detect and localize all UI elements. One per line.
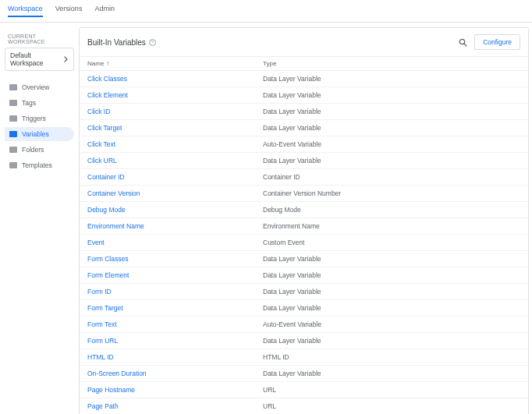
variable-type: Data Layer Variable <box>263 91 520 99</box>
variable-link[interactable]: Form Target <box>87 304 263 312</box>
variable-link[interactable]: Click Classes <box>87 75 263 83</box>
sidebar-item-label: Triggers <box>22 115 46 122</box>
variable-type: URL <box>263 386 520 394</box>
variable-type: URL <box>263 402 520 410</box>
variable-link[interactable]: Container Version <box>87 189 263 197</box>
variable-link[interactable]: Click Text <box>87 140 263 148</box>
tab-admin[interactable]: Admin <box>94 5 115 17</box>
table-row: Environment NameEnvironment Name <box>80 218 528 235</box>
sidebar-item-templates[interactable]: Templates <box>5 158 74 172</box>
variable-type: Data Layer Variable <box>263 108 520 115</box>
table-row: HTML IDHTML ID <box>80 349 528 366</box>
variable-link[interactable]: Click Target <box>87 124 263 132</box>
variable-link[interactable]: HTML ID <box>87 353 263 361</box>
folders-icon <box>9 147 17 153</box>
sidebar-item-triggers[interactable]: Triggers <box>5 111 74 126</box>
search-icon[interactable] <box>459 38 466 46</box>
variable-type: Data Layer Variable <box>263 337 520 345</box>
variable-type: Data Layer Variable <box>263 157 520 165</box>
variable-type: Container ID <box>263 173 520 181</box>
builtin-table-body: Click ClassesData Layer VariableClick El… <box>80 71 528 414</box>
sidebar-item-label: Variables <box>22 130 49 138</box>
sort-asc-icon: ↑ <box>106 60 109 67</box>
tags-icon <box>9 100 17 106</box>
workspace-selector[interactable]: Default Workspace <box>5 48 74 71</box>
table-row: Page HostnameURL <box>80 382 528 398</box>
sidebar-item-label: Templates <box>22 161 52 169</box>
variable-type: Data Layer Variable <box>263 288 520 295</box>
top-nav: WorkspaceVersionsAdmin <box>0 0 532 23</box>
variable-type: Data Layer Variable <box>263 124 520 132</box>
sidebar-item-folders[interactable]: Folders <box>5 143 74 157</box>
variable-link[interactable]: Environment Name <box>87 222 263 230</box>
table-row: Container IDContainer ID <box>80 169 528 186</box>
variable-link[interactable]: Container ID <box>87 173 263 181</box>
side-nav: OverviewTagsTriggersVariablesFoldersTemp… <box>5 80 74 172</box>
variable-link[interactable]: Debug Mode <box>87 206 263 214</box>
variable-link[interactable]: Form Element <box>87 271 263 279</box>
variables-icon <box>9 131 17 137</box>
overview-icon <box>9 84 17 90</box>
svg-point-0 <box>459 39 464 44</box>
templates-icon <box>9 162 17 168</box>
variable-type: Data Layer Variable <box>263 370 520 377</box>
variable-type: Debug Mode <box>263 206 520 214</box>
svg-line-1 <box>464 44 466 46</box>
col-type-header[interactable]: Type <box>263 60 520 67</box>
variable-link[interactable]: Click ID <box>87 108 263 115</box>
builtin-table-header: Name ↑ Type <box>80 56 528 71</box>
current-workspace-label: CURRENT WORKSPACE <box>5 29 74 48</box>
variable-link[interactable]: Page Hostname <box>87 386 263 394</box>
tab-versions[interactable]: Versions <box>55 5 83 17</box>
variable-type: Auto-Event Variable <box>263 140 520 148</box>
variable-link[interactable]: On-Screen Duration <box>87 370 263 377</box>
variable-link[interactable]: Event <box>87 239 263 246</box>
variable-type: Data Layer Variable <box>263 304 520 312</box>
table-row: Form IDData Layer Variable <box>80 284 528 300</box>
table-row: Click ClassesData Layer Variable <box>80 71 528 87</box>
sidebar-item-label: Tags <box>22 99 36 107</box>
table-row: On-Screen DurationData Layer Variable <box>80 366 528 382</box>
triggers-icon <box>9 115 17 122</box>
variable-type: Auto-Event Variable <box>263 320 520 328</box>
variable-link[interactable]: Form Text <box>87 320 263 328</box>
variable-link[interactable]: Click Element <box>87 91 263 99</box>
table-row: Click IDData Layer Variable <box>80 104 528 120</box>
table-row: Debug ModeDebug Mode <box>80 202 528 218</box>
table-row: Page PathURL <box>80 398 528 414</box>
tab-workspace[interactable]: Workspace <box>8 5 43 17</box>
table-row: Form TextAuto-Event Variable <box>80 317 528 333</box>
col-name-label: Name <box>87 60 104 67</box>
variable-type: Data Layer Variable <box>263 75 520 83</box>
col-name-header[interactable]: Name ↑ <box>87 60 263 67</box>
chevron-right-icon <box>64 56 69 62</box>
sidebar-item-variables[interactable]: Variables <box>5 127 74 141</box>
sidebar-item-overview[interactable]: Overview <box>5 80 74 94</box>
variable-link[interactable]: Form Classes <box>87 255 263 263</box>
builtin-variables-card: Built-In Variables ? Configure Name ↑ Ty… <box>79 27 529 414</box>
sidebar-item-label: Overview <box>22 83 49 91</box>
sidebar-item-label: Folders <box>22 146 44 154</box>
workspace-name: Default Workspace <box>10 51 64 67</box>
table-row: Form ClassesData Layer Variable <box>80 251 528 267</box>
variable-type: HTML ID <box>263 353 520 361</box>
table-row: EventCustom Event <box>80 235 528 251</box>
table-row: Click URLData Layer Variable <box>80 153 528 169</box>
table-row: Click TextAuto-Event Variable <box>80 136 528 153</box>
table-row: Click ElementData Layer Variable <box>80 87 528 104</box>
table-row: Form ElementData Layer Variable <box>80 267 528 284</box>
variable-link[interactable]: Form URL <box>87 337 263 345</box>
info-icon[interactable]: ? <box>149 39 156 46</box>
table-row: Click TargetData Layer Variable <box>80 120 528 136</box>
sidebar-item-tags[interactable]: Tags <box>5 96 74 110</box>
variable-link[interactable]: Click URL <box>87 157 263 165</box>
table-row: Container VersionContainer Version Numbe… <box>80 186 528 202</box>
variable-type: Custom Event <box>263 239 520 246</box>
configure-button[interactable]: Configure <box>474 34 520 50</box>
table-row: Form TargetData Layer Variable <box>80 300 528 317</box>
variable-link[interactable]: Page Path <box>87 402 263 410</box>
builtin-title-text: Built-In Variables <box>87 38 146 47</box>
variable-type: Environment Name <box>263 222 520 230</box>
table-row: Form URLData Layer Variable <box>80 333 528 349</box>
variable-link[interactable]: Form ID <box>87 288 263 295</box>
